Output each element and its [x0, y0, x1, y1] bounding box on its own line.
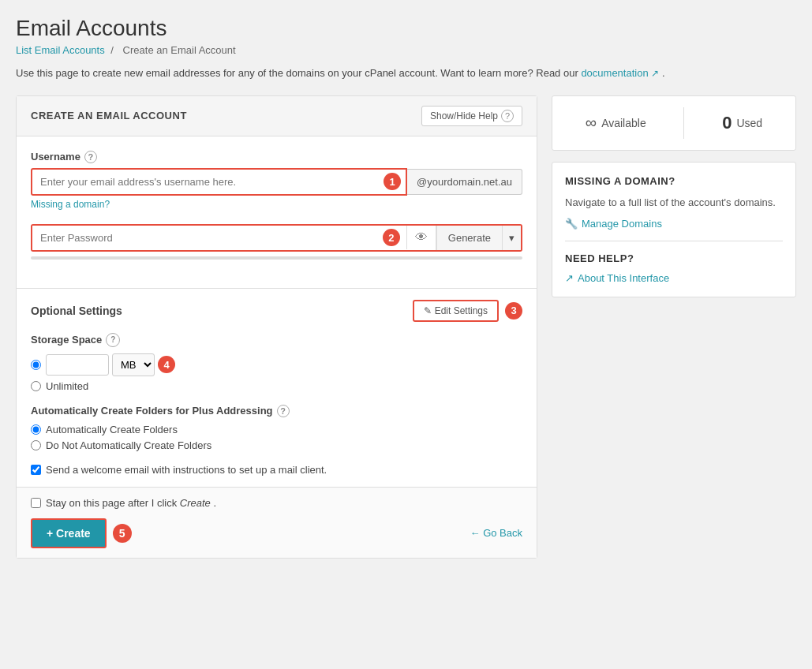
no-auto-create-radio-row: Do Not Automatically Create Folders [31, 439, 522, 451]
breadcrumb-current: Create an Email Account [123, 44, 236, 56]
create-button[interactable]: + Create [31, 518, 107, 548]
external-link-icon: ↗ [565, 272, 574, 284]
password-strength-bar [31, 256, 522, 260]
step-4-badge: 4 [158, 356, 175, 373]
storage-value-input[interactable]: 1024 [46, 354, 109, 376]
no-auto-create-label: Do Not Automatically Create Folders [46, 439, 211, 451]
auto-folders-radio-group: Automatically Create Folders Do Not Auto… [31, 424, 522, 451]
generate-password-button[interactable]: Generate [436, 226, 502, 250]
missing-domain-description: Navigate to a full list of the account's… [565, 195, 783, 211]
used-value: 0 [722, 113, 732, 133]
pencil-icon: ✎ [424, 305, 432, 316]
page-title: Email Accounts [16, 16, 796, 41]
storage-specific-radio[interactable] [31, 360, 41, 370]
left-panel: CREATE AN EMAIL ACCOUNT Show/Hide Help ?… [16, 95, 537, 559]
show-hide-label: Show/Hide Help [430, 110, 498, 121]
show-hide-help-button[interactable]: Show/Hide Help ? [421, 106, 522, 126]
help-icon: ? [501, 110, 514, 122]
used-label: Used [736, 117, 762, 129]
stay-on-page-text: Stay on this page after I click Create . [46, 497, 216, 509]
password-field-group: 2 👁 Generate ▾ [31, 224, 522, 260]
step-3-badge: 3 [505, 302, 522, 320]
breadcrumb-list-link[interactable]: List Email Accounts [16, 44, 105, 56]
missing-domain-title: MISSING A DOMAIN? [565, 175, 783, 187]
username-input[interactable] [31, 168, 407, 196]
welcome-email-label: Send a welcome email with instructions t… [46, 464, 327, 476]
breadcrumb-separator: / [110, 44, 114, 56]
unlimited-label: Unlimited [46, 380, 88, 392]
storage-space-section: Storage Space ? 1024 MB GB 4 [31, 333, 522, 392]
step-2-badge: 2 [383, 229, 400, 246]
optional-title: Optional Settings [31, 305, 122, 317]
username-row: 1 @yourdomain.net.au [31, 168, 522, 196]
storage-label: Storage Space ? [31, 333, 522, 347]
eye-icon: 👁 [415, 230, 428, 244]
right-panel: ∞ Available 0 Used MISSING A DOMAIN? Nav… [552, 95, 796, 298]
right-divider [565, 241, 783, 241]
optional-settings-section: Optional Settings ✎ Edit Settings 3 Stor… [17, 288, 537, 487]
auto-folders-section: Automatically Create Folders for Plus Ad… [31, 405, 522, 451]
chevron-down-icon: ▾ [509, 232, 515, 244]
username-label: Username ? [31, 151, 522, 163]
password-wrapper: 2 [32, 226, 406, 250]
storage-unlimited-radio[interactable] [31, 381, 41, 391]
password-input[interactable] [32, 226, 406, 250]
documentation-link[interactable]: documentation ↗ [581, 67, 662, 79]
create-button-wrapper: + Create 5 [31, 518, 132, 548]
footer-actions: + Create 5 ← Go Back [31, 518, 522, 548]
panel-body: Username ? 1 @yourdomain.net.au Missing … [17, 136, 537, 288]
available-label: Available [601, 117, 646, 129]
auto-folders-help-icon[interactable]: ? [277, 405, 290, 417]
panel-header: CREATE AN EMAIL ACCOUNT Show/Hide Help ? [17, 96, 537, 136]
go-back-link[interactable]: ← Go Back [470, 527, 522, 539]
need-help-title: NEED HELP? [565, 252, 783, 264]
missing-domain-link[interactable]: Missing a domain? [31, 199, 110, 210]
username-help-icon[interactable]: ? [84, 151, 97, 163]
storage-radio-row: 1024 MB GB 4 [31, 353, 522, 376]
about-this-interface-link[interactable]: ↗ About This Interface [565, 272, 783, 284]
optional-header: Optional Settings ✎ Edit Settings 3 [31, 300, 522, 322]
storage-unit-select[interactable]: MB GB [112, 353, 155, 376]
step-5-badge: 5 [113, 524, 132, 543]
auto-create-radio[interactable] [31, 424, 41, 435]
available-stat: ∞ Available [586, 114, 646, 132]
generate-group: Generate ▾ [436, 226, 521, 250]
intro-text: Use this page to create new email addres… [16, 65, 796, 81]
missing-domain-section: MISSING A DOMAIN? Navigate to a full lis… [552, 162, 796, 298]
panel-footer: Stay on this page after I click Create .… [17, 487, 537, 558]
welcome-email-row: Send a welcome email with instructions t… [31, 464, 522, 476]
stay-on-page-checkbox[interactable] [31, 498, 41, 508]
storage-input-wrapper: 1024 MB GB 4 [46, 353, 175, 376]
welcome-email-checkbox[interactable] [31, 465, 41, 475]
domain-badge: @yourdomain.net.au [407, 169, 522, 195]
used-stat: 0 Used [722, 113, 762, 133]
breadcrumb: List Email Accounts / Create an Email Ac… [16, 44, 796, 56]
generate-password-dropdown[interactable]: ▾ [502, 226, 521, 250]
step-1-badge: 1 [384, 173, 401, 190]
unlimited-radio-row: Unlimited [31, 380, 522, 392]
no-auto-create-radio[interactable] [31, 440, 41, 450]
toggle-password-visibility-button[interactable]: 👁 [406, 226, 436, 249]
stats-divider [683, 107, 684, 139]
main-layout: CREATE AN EMAIL ACCOUNT Show/Hide Help ?… [16, 95, 796, 559]
edit-settings-button[interactable]: ✎ Edit Settings [413, 300, 499, 322]
section-title: CREATE AN EMAIL ACCOUNT [31, 110, 187, 121]
auto-create-radio-row: Automatically Create Folders [31, 424, 522, 435]
username-field-group: Username ? 1 @yourdomain.net.au Missing … [31, 151, 522, 210]
edit-settings-wrapper: ✎ Edit Settings 3 [413, 300, 522, 322]
auto-create-label: Automatically Create Folders [46, 424, 178, 435]
password-row: 2 👁 Generate ▾ [31, 224, 522, 252]
infinity-icon: ∞ [586, 114, 597, 132]
wrench-icon: 🔧 [565, 218, 578, 230]
stats-box: ∞ Available 0 Used [552, 95, 796, 151]
auto-folders-label: Automatically Create Folders for Plus Ad… [31, 405, 522, 417]
storage-help-icon[interactable]: ? [106, 333, 120, 347]
manage-domains-link[interactable]: 🔧 Manage Domains [565, 218, 783, 230]
stay-on-page-row: Stay on this page after I click Create . [31, 497, 522, 509]
username-input-wrapper: 1 [31, 168, 407, 196]
